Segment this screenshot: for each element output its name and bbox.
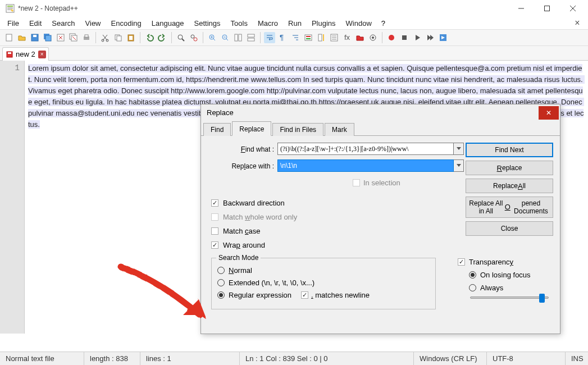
- minimize-button[interactable]: [508, 0, 534, 17]
- replace-all-opened-button[interactable]: Replace All in All Opened Documents: [466, 197, 553, 218]
- slider-thumb[interactable]: [539, 294, 545, 303]
- zoom-in-icon[interactable]: [207, 32, 218, 43]
- save-icon[interactable]: [29, 32, 40, 43]
- copy-icon[interactable]: [112, 32, 124, 43]
- menu-encoding[interactable]: Encoding: [106, 18, 147, 29]
- save-macro-icon[interactable]: [437, 32, 449, 43]
- find-history-dropdown[interactable]: [454, 143, 464, 155]
- word-wrap-icon[interactable]: [264, 32, 275, 43]
- transparency-always[interactable]: Always: [469, 284, 553, 292]
- menu-view[interactable]: View: [80, 18, 106, 29]
- doc-map-icon[interactable]: [316, 32, 327, 43]
- tab-mark[interactable]: Mark: [325, 123, 354, 136]
- close-file-icon[interactable]: [55, 32, 66, 43]
- dialog-close-button-btn[interactable]: Close: [466, 221, 553, 236]
- replace-history-dropdown[interactable]: [454, 159, 464, 172]
- wrap-checkbox[interactable]: [211, 241, 218, 249]
- backward-checkbox[interactable]: [211, 199, 218, 207]
- save-all-icon[interactable]: [42, 32, 53, 43]
- record-macro-icon[interactable]: [386, 32, 397, 43]
- menu-edit[interactable]: Edit: [24, 18, 47, 29]
- radio-always[interactable]: [469, 284, 476, 291]
- radio-regex[interactable]: [217, 291, 225, 299]
- match-case-checkbox[interactable]: [211, 227, 218, 235]
- menu-help[interactable]: ?: [378, 18, 389, 29]
- close-button[interactable]: [560, 0, 586, 17]
- status-eol[interactable]: Windows (CR LF): [414, 352, 487, 365]
- func-list-icon[interactable]: fx: [341, 32, 353, 43]
- redo-icon[interactable]: [157, 32, 168, 43]
- toolbar: ¶ fx: [0, 29, 588, 46]
- dialog-close-button[interactable]: ✕: [539, 106, 559, 120]
- menu-language[interactable]: Language: [147, 18, 189, 29]
- tab-replace[interactable]: Replace: [232, 121, 271, 136]
- tab-close-icon[interactable]: ×: [38, 51, 46, 58]
- transparency-slider[interactable]: [470, 296, 549, 299]
- tab-find-in-files[interactable]: Find in Files: [272, 123, 323, 136]
- replace-all-button[interactable]: Replace All: [466, 179, 553, 193]
- menu-run[interactable]: Run: [283, 18, 307, 29]
- menu-file[interactable]: File: [2, 18, 24, 29]
- find-next-button[interactable]: Find Next: [466, 143, 553, 157]
- transparency-checkbox[interactable]: [458, 258, 465, 266]
- stop-macro-icon[interactable]: [399, 32, 410, 43]
- sync-h-icon[interactable]: [245, 32, 257, 43]
- matches-newline-option[interactable]: . matches newline: [301, 291, 370, 299]
- menu-tools[interactable]: Tools: [226, 18, 253, 29]
- maximize-button[interactable]: [534, 0, 560, 17]
- doc-list-icon[interactable]: [329, 32, 340, 43]
- match-case-option[interactable]: Match case: [211, 227, 297, 235]
- paste-icon[interactable]: [125, 32, 136, 43]
- menu-window[interactable]: Window: [341, 18, 377, 29]
- tab-find[interactable]: Find: [203, 123, 231, 136]
- find-icon[interactable]: [175, 32, 186, 43]
- svg-point-63: [389, 35, 394, 40]
- replace-with-input[interactable]: [277, 159, 454, 172]
- menu-bar-close-icon[interactable]: ×: [569, 18, 586, 28]
- udl-icon[interactable]: [303, 32, 314, 43]
- status-length: length : 838: [84, 352, 140, 365]
- radio-extended[interactable]: [217, 279, 225, 286]
- radio-normal[interactable]: [217, 267, 225, 274]
- backward-direction-option[interactable]: Backward direction: [211, 199, 297, 207]
- print-icon[interactable]: [81, 32, 92, 43]
- replace-icon[interactable]: [188, 32, 199, 43]
- menu-settings[interactable]: Settings: [189, 18, 226, 29]
- find-what-input[interactable]: [277, 143, 454, 155]
- search-mode-extended[interactable]: Extended (\n, \r, \t, \0, \x...): [217, 279, 430, 287]
- document-tab[interactable]: new 2 ×: [2, 47, 49, 61]
- close-all-icon[interactable]: [68, 32, 79, 43]
- sync-v-icon[interactable]: [233, 32, 244, 43]
- open-file-icon[interactable]: [16, 32, 28, 43]
- play-macro-icon[interactable]: [412, 32, 423, 43]
- transparency-toggle[interactable]: Transparency: [458, 258, 553, 266]
- matches-newline-checkbox[interactable]: [301, 291, 308, 299]
- zoom-out-icon[interactable]: [220, 32, 231, 43]
- transparency-losing-focus[interactable]: On losing focus: [469, 271, 553, 279]
- monitoring-icon[interactable]: [367, 32, 379, 43]
- show-all-chars-icon[interactable]: ¶: [277, 32, 288, 43]
- indent-guide-icon[interactable]: [290, 32, 301, 43]
- new-file-icon[interactable]: [3, 32, 15, 43]
- cut-icon[interactable]: [99, 32, 111, 43]
- status-insert-mode[interactable]: INS: [566, 352, 588, 365]
- wrap-around-option[interactable]: Wrap around: [211, 241, 297, 249]
- play-multi-icon[interactable]: [425, 32, 436, 43]
- line-number-gutter: 1: [0, 61, 25, 334]
- dialog-tab-bar: Find Replace Find in Files Mark: [201, 120, 560, 136]
- menu-search[interactable]: Search: [47, 18, 80, 29]
- menu-plugins[interactable]: Plugins: [307, 18, 341, 29]
- line-number: 1: [0, 63, 20, 74]
- status-file-type: Normal text file: [0, 352, 84, 365]
- dialog-title-bar[interactable]: Replace ✕: [201, 104, 560, 120]
- menu-macro[interactable]: Macro: [253, 18, 283, 29]
- radio-losing-focus[interactable]: [469, 271, 476, 279]
- replace-button[interactable]: Replace: [466, 161, 553, 175]
- search-mode-regex[interactable]: Regular expression . matches newline: [217, 291, 430, 299]
- undo-icon[interactable]: [144, 32, 155, 43]
- search-mode-legend: Search Mode: [216, 254, 261, 262]
- search-mode-normal[interactable]: Normal: [217, 266, 430, 275]
- status-encoding[interactable]: UTF-8: [487, 352, 566, 365]
- folder-workspace-icon[interactable]: [354, 32, 366, 43]
- svg-rect-55: [323, 34, 324, 41]
